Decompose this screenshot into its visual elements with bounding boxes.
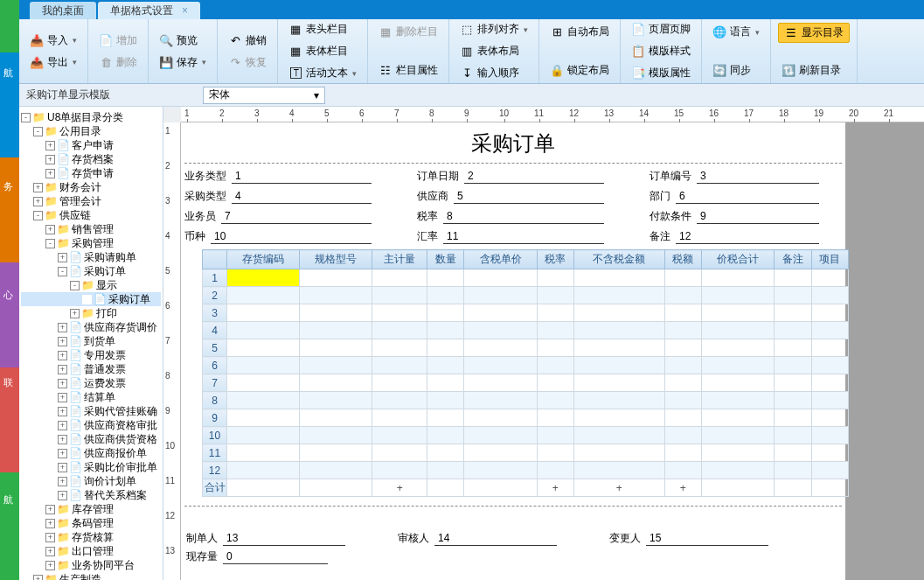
tree-item[interactable]: +📄结算单 [21, 390, 161, 404]
active-text-button[interactable]: 🅃活动文本▾ [285, 64, 360, 82]
tree-item[interactable]: +📄专用发票 [21, 348, 161, 362]
field-pay-term[interactable]: 9 [697, 210, 819, 224]
table-cell[interactable] [775, 462, 811, 479]
table-cell[interactable] [300, 462, 372, 479]
table-cell[interactable] [775, 392, 811, 409]
redo-button[interactable]: ↷恢复 [225, 53, 270, 72]
tree-item[interactable]: -📁显示 [21, 278, 161, 292]
tree-item[interactable]: +📁生产制造 [21, 572, 161, 580]
tree-item[interactable]: +📄供应商资格审批 [21, 418, 161, 432]
table-cell[interactable] [227, 409, 300, 427]
table-cell[interactable] [701, 462, 774, 479]
tree-item[interactable]: +📁业务协同平台 [21, 558, 161, 572]
table-cell[interactable] [464, 444, 537, 462]
field-stock[interactable]: 0 [223, 550, 328, 564]
table-cell[interactable] [537, 392, 573, 409]
table-cell[interactable] [664, 374, 701, 392]
table-cell[interactable] [537, 322, 573, 339]
body-layout-button[interactable]: ▥表体布局 [456, 42, 531, 60]
table-cell[interactable] [775, 339, 811, 357]
refresh-toc-button[interactable]: 🔃刷新目录 [778, 61, 850, 80]
table-cell[interactable] [537, 287, 573, 304]
table-cell[interactable] [701, 409, 774, 427]
field-reviewer[interactable]: 14 [434, 532, 557, 546]
column-header[interactable]: 数量 [427, 250, 464, 269]
column-attr-button[interactable]: ☷栏目属性 [375, 61, 441, 80]
table-row[interactable]: 11 [203, 444, 849, 462]
table-cell[interactable] [537, 374, 573, 392]
table-cell[interactable] [427, 287, 464, 304]
tree-item[interactable]: +📄运费发票 [21, 376, 161, 390]
table-cell[interactable] [574, 339, 665, 357]
tree-item[interactable]: +📁财务会计 [21, 180, 161, 194]
table-cell[interactable] [775, 304, 811, 322]
tree-item[interactable]: +📄询价计划单 [21, 474, 161, 488]
table-cell[interactable] [227, 304, 300, 322]
table-row[interactable]: 2 [203, 287, 849, 304]
tree-item[interactable]: +📁库存管理 [21, 502, 161, 516]
column-header[interactable]: 价税合计 [701, 250, 774, 269]
table-cell[interactable] [227, 374, 300, 392]
align-button[interactable]: ⬚排列对齐▾ [456, 20, 531, 38]
field-supplier[interactable]: 5 [454, 190, 604, 204]
table-cell[interactable] [574, 392, 665, 409]
tree-item[interactable]: +📄客户申请 [21, 138, 161, 152]
table-cell[interactable] [227, 269, 300, 287]
table-cell[interactable] [372, 374, 427, 392]
expander-icon[interactable]: + [58, 337, 67, 346]
table-cell[interactable] [427, 269, 464, 287]
expander-icon[interactable]: - [58, 267, 67, 276]
table-cell[interactable] [775, 409, 811, 427]
table-cell[interactable] [427, 322, 464, 339]
table-cell[interactable] [372, 427, 427, 444]
table-cell[interactable] [372, 409, 427, 427]
column-header[interactable]: 不含税金额 [574, 250, 665, 269]
expander-icon[interactable]: + [58, 407, 67, 416]
tree-item[interactable]: +📄普通发票 [21, 362, 161, 376]
table-cell[interactable] [701, 374, 774, 392]
expander-icon[interactable]: - [21, 113, 31, 122]
table-cell[interactable] [464, 339, 537, 357]
table-cell[interactable] [664, 409, 701, 427]
table-cell[interactable] [300, 374, 372, 392]
column-header[interactable]: 备注 [775, 250, 811, 269]
delete-column-button[interactable]: ▦删除栏目 [375, 23, 441, 41]
table-cell[interactable] [811, 287, 848, 304]
expander-icon[interactable]: + [58, 323, 67, 332]
column-header[interactable]: 税率 [537, 250, 573, 269]
table-cell[interactable] [464, 357, 537, 374]
body-column-button[interactable]: ▦表体栏目 [285, 42, 360, 60]
table-row[interactable]: 8 [203, 392, 849, 409]
table-row[interactable]: 9 [203, 409, 849, 427]
table-cell[interactable] [701, 339, 774, 357]
column-header[interactable]: 项目 [811, 250, 848, 269]
font-select[interactable]: 宋体▾ [203, 87, 325, 104]
table-cell[interactable] [227, 392, 300, 409]
expander-icon[interactable]: + [45, 505, 55, 514]
table-row[interactable]: 4 [203, 322, 849, 339]
table-cell[interactable] [701, 444, 774, 462]
table-cell[interactable] [427, 374, 464, 392]
table-cell[interactable] [811, 322, 848, 339]
tree-item[interactable]: +📄采购比价审批单 [21, 460, 161, 474]
table-cell[interactable] [701, 322, 774, 339]
table-cell[interactable] [300, 392, 372, 409]
table-cell[interactable] [300, 427, 372, 444]
detail-table[interactable]: 存货编码规格型号主计量数量含税单价税率不含税金额税额价税合计备注项目 12345… [202, 249, 849, 497]
table-cell[interactable] [464, 287, 537, 304]
table-row[interactable]: 5 [203, 339, 849, 357]
table-cell[interactable] [574, 357, 665, 374]
table-cell[interactable] [227, 462, 300, 479]
table-row[interactable]: 3 [203, 304, 849, 322]
table-cell[interactable] [775, 287, 811, 304]
table-cell[interactable] [574, 427, 665, 444]
table-cell[interactable] [811, 444, 848, 462]
table-cell[interactable] [464, 462, 537, 479]
table-cell[interactable] [227, 444, 300, 462]
table-cell[interactable] [574, 462, 665, 479]
tab-form-settings[interactable]: 单据格式设置× [98, 2, 200, 19]
show-toc-button[interactable]: ☰显示目录 [778, 23, 850, 43]
column-header[interactable]: 规格型号 [300, 250, 372, 269]
tree-item[interactable]: -📁公用目录 [21, 124, 161, 138]
table-cell[interactable] [537, 357, 573, 374]
